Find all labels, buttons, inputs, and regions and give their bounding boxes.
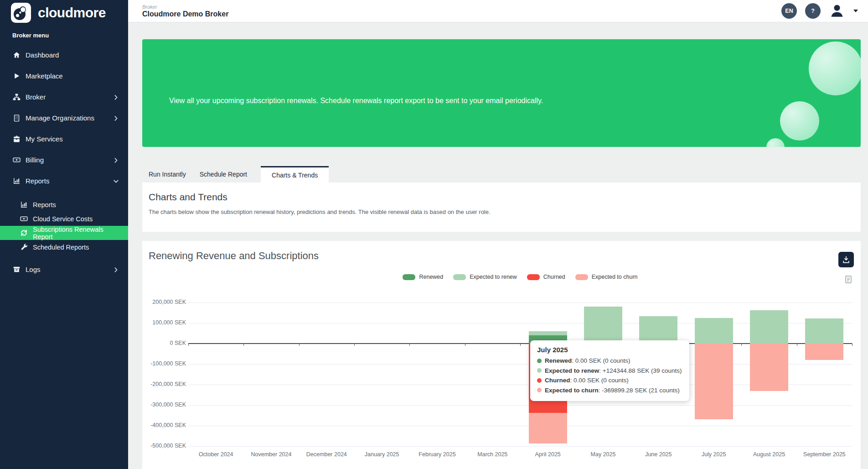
brand-name: cloudmore	[38, 5, 106, 21]
axis-tick	[299, 344, 300, 346]
tab-schedule-report[interactable]: Schedule Report	[200, 166, 247, 182]
brand[interactable]: cloudmore	[0, 0, 128, 26]
bar-august-2025-expected-to-churn[interactable]	[750, 344, 788, 391]
y-axis-label: 100,000 SEK	[144, 319, 186, 326]
y-axis-label: 200,000 SEK	[144, 299, 186, 305]
sidebar-item-label: Logs	[26, 266, 41, 273]
download-icon	[842, 255, 851, 264]
user-menu-caret-icon[interactable]	[853, 10, 858, 12]
sidebar-item-label: Subscriptions Renewals Report	[33, 226, 119, 240]
legend-item-expected-to-churn[interactable]: Expected to churn	[575, 274, 638, 280]
section-card: Charts and Trends The charts below show …	[142, 182, 861, 232]
axis-tick	[188, 344, 189, 346]
x-axis-label: March 2025	[465, 451, 520, 458]
sidebar-item-cloud-service-costs[interactable]: Cloud Service Costs	[0, 212, 128, 226]
y-axis-label: -100,000 SEK	[144, 360, 186, 367]
tooltip-series-dot	[537, 388, 542, 392]
gridline	[188, 446, 852, 447]
x-axis-label: January 2025	[354, 451, 409, 458]
chart-bar-icon	[13, 177, 21, 185]
decorative-circle	[780, 101, 819, 141]
sidebar-item-label: Scheduled Reports	[33, 244, 89, 251]
legend-label: Renewed	[419, 274, 443, 280]
axis-tick	[520, 344, 521, 346]
sidebar-item-manage-organizations[interactable]: Manage Organizations	[0, 107, 128, 128]
play-icon	[13, 72, 21, 80]
language-button[interactable]: EN	[781, 3, 797, 19]
tab-bar: Run InstantlySchedule ReportCharts & Tre…	[142, 166, 861, 182]
y-axis-label: -400,000 SEK	[144, 422, 186, 428]
tooltip-series-dot	[537, 368, 542, 373]
cloudmore-logo-icon	[11, 3, 31, 23]
legend-item-renewed[interactable]: Renewed	[403, 274, 443, 280]
sidebar-item-reports[interactable]: Reports	[0, 198, 128, 212]
x-axis-label: May 2025	[576, 451, 631, 458]
sidebar-item-reports[interactable]: Reports	[0, 170, 128, 191]
chevron-right-icon	[113, 115, 119, 121]
chevron-right-icon	[113, 94, 119, 100]
bar-july-2025-expected-to-churn[interactable]	[695, 344, 733, 419]
sidebar-item-label: Reports	[26, 177, 50, 185]
briefcase-icon	[13, 135, 21, 143]
x-axis-label: September 2025	[797, 451, 852, 458]
chart-title: Renewing Revenue and Subscriptions	[149, 250, 319, 262]
cash-icon	[13, 156, 21, 164]
y-axis-label: -200,000 SEK	[144, 381, 186, 387]
x-axis-label: December 2024	[299, 451, 354, 458]
y-axis-label: -300,000 SEK	[144, 401, 186, 408]
tooltip-rows: Renewed: 0.00 SEK (0 counts)Expected to …	[537, 356, 682, 395]
axis-tick	[741, 344, 742, 346]
axis-tick	[409, 344, 410, 346]
x-axis-label: April 2025	[520, 451, 575, 458]
decorative-circle	[766, 138, 785, 147]
sidebar-item-label: Dashboard	[26, 51, 59, 59]
tab-run-instantly[interactable]: Run Instantly	[149, 166, 186, 182]
legend-item-churned[interactable]: Churned	[527, 274, 565, 280]
sidebar-item-billing[interactable]: Billing	[0, 149, 128, 170]
sidebar-item-scheduled-reports[interactable]: Scheduled Reports	[0, 240, 128, 254]
bar-july-2025-expected-to-renew[interactable]	[695, 318, 733, 344]
bar-august-2025-expected-to-renew[interactable]	[750, 310, 788, 344]
main-content: Subscription Renewals Report View all yo…	[128, 22, 868, 469]
x-axis-label: June 2025	[631, 451, 686, 458]
legend-item-expected-to-renew[interactable]: Expected to renew	[453, 274, 517, 280]
bar-april-2025-expected-to-renew[interactable]	[529, 331, 567, 335]
page-title: Cloudmore Demo Broker	[142, 10, 228, 18]
topbar-actions: EN ?	[781, 3, 858, 19]
home-icon	[13, 51, 21, 59]
chart-legend: RenewedExpected to renewChurnedExpected …	[188, 274, 852, 280]
tooltip-title: July 2025	[537, 346, 682, 354]
x-axis-label: November 2024	[244, 451, 299, 458]
axis-tick	[852, 344, 852, 346]
axis-tick	[354, 344, 355, 346]
help-button[interactable]: ?	[805, 3, 821, 19]
axis-tick	[243, 344, 244, 346]
tab-charts-trends[interactable]: Charts & Trends	[261, 166, 329, 182]
x-axis-label: February 2025	[410, 451, 465, 458]
tooltip-row-churned: Churned: 0.00 SEK (0 counts)	[537, 375, 682, 386]
bar-september-2025-expected-to-renew[interactable]	[805, 318, 843, 344]
download-chart-button[interactable]	[838, 252, 854, 267]
bar-september-2025-expected-to-churn[interactable]	[805, 344, 843, 360]
sidebar-item-subscriptions-renewals-report[interactable]: Subscriptions Renewals Report	[0, 226, 128, 240]
sidebar-item-my-services[interactable]: My Services	[0, 128, 128, 149]
breadcrumb: Broker	[142, 4, 228, 10]
legend-swatch	[575, 274, 588, 280]
archive-icon	[13, 266, 21, 273]
chart-menu-icon[interactable]	[844, 275, 852, 284]
sidebar-item-broker[interactable]: Broker	[0, 86, 128, 107]
sidebar-item-logs[interactable]: Logs	[0, 259, 128, 280]
legend-label: Expected to churn	[592, 274, 638, 280]
user-avatar[interactable]	[829, 3, 845, 19]
chevron-right-icon	[113, 157, 119, 163]
bar-may-2025-expected-to-renew[interactable]	[584, 307, 622, 344]
bar-april-2025-expected-to-churn[interactable]	[529, 413, 567, 443]
bar-june-2025-expected-to-renew[interactable]	[639, 316, 677, 344]
sidebar-menu: DashboardMarketplaceBrokerManage Organiz…	[0, 44, 128, 280]
tooltip-row-expected-to-churn: Expected to churn: -369899.28 SEK (21 co…	[537, 386, 682, 396]
sync-icon	[20, 229, 28, 237]
x-axis-label: August 2025	[742, 451, 797, 458]
chart-tooltip: July 2025 Renewed: 0.00 SEK (0 counts)Ex…	[530, 340, 689, 401]
sidebar-item-marketplace[interactable]: Marketplace	[0, 65, 128, 86]
sidebar-item-dashboard[interactable]: Dashboard	[0, 44, 128, 65]
